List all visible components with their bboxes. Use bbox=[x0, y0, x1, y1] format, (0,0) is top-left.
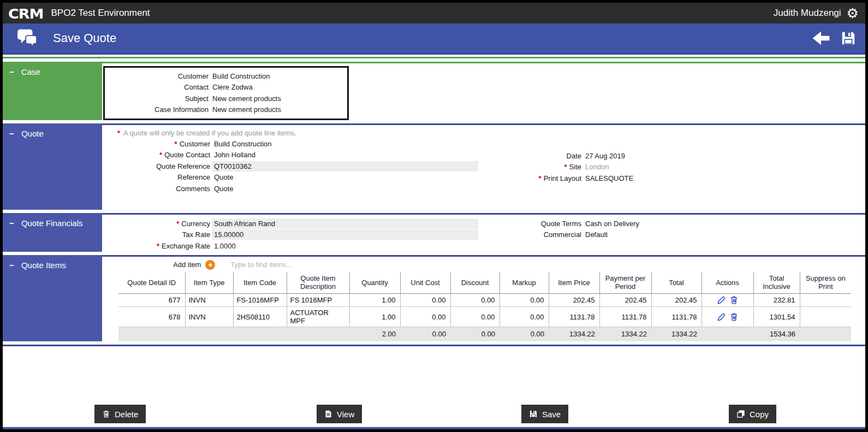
field-tax-rate: Tax Rate 15.00000 bbox=[102, 229, 865, 241]
user-name[interactable]: Judith Mudzengi bbox=[774, 8, 841, 19]
field-value[interactable]: Quote bbox=[214, 173, 233, 181]
field-value[interactable]: 1.0000 bbox=[214, 242, 236, 250]
cell-total: 1131.78 bbox=[651, 307, 701, 327]
button-label: Delete bbox=[115, 410, 138, 419]
total-markup: 0.00 bbox=[500, 327, 549, 341]
field-value: New cement products bbox=[212, 94, 281, 103]
total-inclusive: 1534.36 bbox=[753, 327, 800, 341]
case-summary-box: Customer Build Construction Contact Cler… bbox=[103, 66, 349, 120]
section-header-quote-items[interactable]: − Quote Items bbox=[3, 255, 102, 341]
cell-item-code: FS-1016MFP bbox=[233, 294, 287, 307]
field-value: Clere Zodwa bbox=[212, 83, 253, 91]
table-row: 677 INVN FS-1016MFP FS 1016MFP 1.00 0.00… bbox=[118, 294, 851, 307]
trash-icon bbox=[102, 410, 110, 418]
delete-row-icon[interactable] bbox=[729, 312, 739, 322]
collapse-icon: − bbox=[9, 67, 14, 76]
field-label: Date bbox=[517, 152, 581, 160]
field-print-layout: *Print Layout SALESQUOTE bbox=[517, 173, 633, 184]
field-comments: Comments Quote bbox=[102, 183, 865, 194]
cell-quantity: 1.00 bbox=[349, 307, 400, 327]
required-marker: * bbox=[117, 129, 120, 137]
collapse-icon: − bbox=[9, 261, 14, 270]
field-value[interactable]: SALESQUOTE bbox=[585, 174, 633, 182]
cell-actions bbox=[701, 307, 753, 327]
cell-item-type: INVN bbox=[185, 294, 233, 307]
add-item-button[interactable]: + bbox=[205, 260, 215, 270]
section-header-case[interactable]: − Case bbox=[3, 62, 102, 120]
cell-item-price: 202.45 bbox=[549, 294, 599, 307]
field-label: Reference bbox=[102, 173, 210, 181]
col-quantity: Quantity bbox=[349, 272, 400, 294]
cell-description: FS 1016MFP bbox=[287, 294, 349, 307]
field-label: *Currency bbox=[102, 220, 210, 228]
field-value[interactable]: Cash on Delivery bbox=[585, 220, 639, 228]
delete-button[interactable]: Delete bbox=[94, 405, 146, 423]
section-header-quote-financials[interactable]: − Quote Financials bbox=[3, 213, 102, 252]
required-marker: * bbox=[159, 151, 162, 159]
total-quantity: 2.00 bbox=[349, 327, 400, 341]
currency-input[interactable]: South African Rand bbox=[212, 218, 478, 229]
cell-discount: 0.00 bbox=[450, 307, 500, 327]
crm-window: CRM BPO2 Test Environment Judith Mudzeng… bbox=[0, 0, 868, 432]
top-bar: CRM BPO2 Test Environment Judith Mudzeng… bbox=[3, 3, 865, 23]
button-label: Copy bbox=[750, 410, 769, 419]
cell-actions bbox=[701, 294, 753, 307]
save-button[interactable]: Save bbox=[521, 405, 568, 423]
field-label: Contact bbox=[105, 83, 209, 91]
field-value[interactable]: Quote bbox=[214, 185, 233, 193]
tax-rate-input[interactable]: 15.00000 bbox=[212, 229, 478, 240]
gear-icon[interactable]: ⚙ bbox=[847, 7, 859, 20]
find-items-input[interactable] bbox=[230, 261, 405, 269]
field-exchange-rate: *Exchange Rate 1.0000 bbox=[102, 240, 865, 252]
field-site: *Site London bbox=[517, 162, 633, 173]
delete-row-icon[interactable] bbox=[729, 295, 739, 305]
field-value[interactable]: London bbox=[585, 163, 609, 171]
button-label: Save bbox=[542, 410, 561, 419]
chat-bubbles-icon bbox=[17, 28, 38, 49]
field-customer: Customer Build Construction bbox=[105, 70, 347, 82]
view-button[interactable]: View bbox=[317, 405, 362, 423]
cell-markup: 0.00 bbox=[500, 307, 549, 327]
field-value[interactable]: Build Construction bbox=[214, 140, 272, 148]
edit-icon[interactable] bbox=[717, 312, 726, 322]
col-actions: Actions bbox=[701, 272, 753, 294]
field-label: *Site bbox=[517, 163, 581, 171]
copy-button[interactable]: Copy bbox=[729, 405, 776, 423]
field-quote-customer: *Customer Build Construction bbox=[102, 138, 865, 150]
cell-payment-per-period: 1131.78 bbox=[599, 307, 651, 327]
back-icon[interactable] bbox=[812, 31, 830, 46]
button-label: View bbox=[337, 410, 354, 419]
cell-item-code: 2HS08110 bbox=[233, 307, 287, 327]
field-label: *Print Layout bbox=[517, 174, 581, 182]
edit-icon[interactable] bbox=[717, 295, 726, 305]
field-label: Case Information bbox=[105, 105, 209, 114]
section-quote: − Quote *A quote will only be created if… bbox=[3, 123, 865, 210]
col-markup: Markup bbox=[500, 272, 549, 294]
col-item-code: Item Code bbox=[233, 272, 287, 294]
field-value[interactable]: Default bbox=[585, 230, 608, 239]
section-bottom-divider bbox=[3, 345, 865, 346]
quote-items-table: Quote Detail ID Item Type Item Code Quot… bbox=[118, 272, 851, 341]
save-icon[interactable] bbox=[840, 30, 857, 46]
collapse-icon: − bbox=[9, 218, 14, 228]
field-value[interactable]: John Holland bbox=[214, 151, 255, 159]
cell-total-inclusive: 232.81 bbox=[753, 294, 800, 307]
section-label: Quote bbox=[21, 129, 44, 138]
quote-reference-input[interactable]: QT0010362 bbox=[212, 161, 478, 171]
field-label: Commercial bbox=[517, 230, 581, 239]
col-quote-detail-id: Quote Detail ID bbox=[118, 272, 185, 294]
col-item-price: Item Price bbox=[549, 272, 599, 294]
field-value[interactable]: 27 Aug 2019 bbox=[585, 152, 625, 160]
col-unit-cost: Unit Cost bbox=[400, 272, 450, 294]
cell-total: 202.45 bbox=[651, 294, 701, 307]
crm-logo: CRM bbox=[8, 5, 43, 21]
field-case-information: Case Information New cement products bbox=[105, 104, 347, 116]
section-label: Quote Items bbox=[21, 261, 66, 270]
cell-markup: 0.00 bbox=[500, 294, 549, 307]
section-header-quote[interactable]: − Quote bbox=[3, 123, 102, 210]
field-currency: *Currency South African Rand bbox=[102, 218, 865, 229]
field-quote-contact: *Quote Contact John Holland bbox=[102, 150, 865, 161]
totals-row: 2.00 0.00 0.00 0.00 1334.22 1334.22 1334… bbox=[118, 327, 851, 341]
col-discount: Discount bbox=[450, 272, 500, 294]
total-cell bbox=[701, 327, 753, 341]
